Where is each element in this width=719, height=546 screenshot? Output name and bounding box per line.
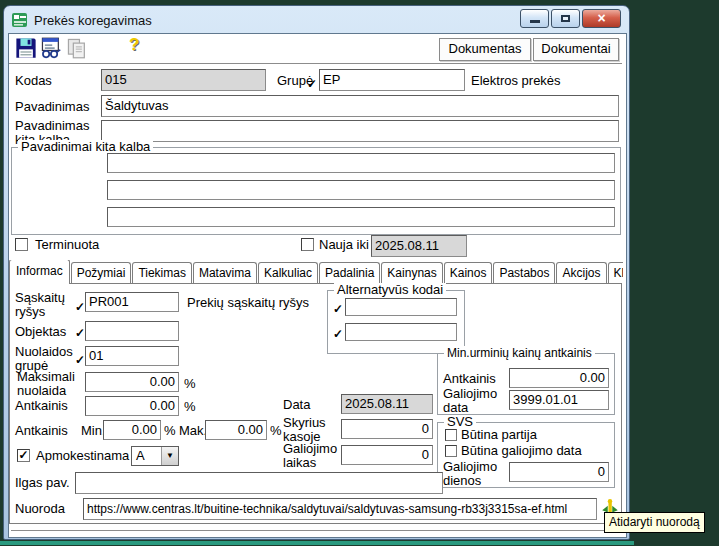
min-percent: % xyxy=(164,423,176,439)
ilgas-pav-label: Ilgas pav. xyxy=(15,475,70,491)
apmokestinama-checkbox[interactable] xyxy=(17,449,30,462)
pavadinimai-field-1[interactable] xyxy=(107,153,615,173)
galiojimo-data-label: Galiojimo data xyxy=(443,387,503,415)
min-label: Min. xyxy=(81,423,106,439)
maximize-button[interactable] xyxy=(551,9,580,28)
mak-percent: % xyxy=(270,423,282,439)
galiojimo-dienos-label: Galiojimo dienos xyxy=(443,460,503,488)
apmokestinama-dropdown[interactable]: A ▼ xyxy=(131,446,179,466)
nuoroda-label: Nuoroda xyxy=(15,501,65,517)
chevron-down-icon[interactable]: ▼ xyxy=(161,447,178,465)
open-link-tooltip: Atidaryti nuorodą xyxy=(604,512,705,533)
app-icon xyxy=(12,12,28,28)
tab-matavimai[interactable]: Matavima xyxy=(193,262,257,284)
tab-kalkuliac[interactable]: Kalkuliac xyxy=(258,262,318,284)
terminuota-checkbox[interactable] xyxy=(15,238,28,251)
kodas-label: Kodas xyxy=(15,73,52,89)
antkainis-min-field[interactable]: 0.00 xyxy=(103,420,161,440)
antkainis-percent: % xyxy=(184,399,196,415)
maximize-icon xyxy=(561,15,570,22)
close-icon: × xyxy=(597,10,605,26)
min-urminiu-group-label: Min.urminių kainų antkainis xyxy=(444,346,595,360)
grupe-description: Elektros prekės xyxy=(471,73,561,89)
butina-partija-checkbox[interactable] xyxy=(445,429,457,441)
data-label: Data xyxy=(283,397,310,413)
minimize-button[interactable] xyxy=(520,9,549,28)
maksimali-nuolaida-field[interactable]: 0.00 xyxy=(85,372,179,392)
pavadinimas-kita-field[interactable] xyxy=(101,120,619,142)
copy-icon[interactable] xyxy=(66,37,88,59)
nuoroda-field[interactable]: https://www.centras.lt/buitine-technika/… xyxy=(83,498,597,520)
bottom-separator xyxy=(11,530,620,532)
help-icon[interactable]: ? xyxy=(129,37,139,53)
alt-kodas-2-field[interactable] xyxy=(345,323,457,341)
skyrius-kasoje-label: Skyrius kasoje xyxy=(283,416,339,444)
minimize-icon xyxy=(530,20,540,23)
window-title: Prekės koregavimas xyxy=(34,13,152,28)
butina-galiojimo-data-label: Būtina galiojimo data xyxy=(461,443,582,459)
maksimali-nuolaida-percent: % xyxy=(184,376,196,392)
window-controls: × xyxy=(520,9,621,28)
save-icon[interactable] xyxy=(15,37,37,59)
skyrius-kasoje-field[interactable]: 0 xyxy=(341,419,433,439)
nuolaidos-grupe-field[interactable]: 01 xyxy=(85,346,179,366)
data-field[interactable]: 2025.08.11 xyxy=(341,394,433,414)
antkainis-label: Antkainis xyxy=(15,398,68,414)
close-button[interactable]: × xyxy=(582,9,621,28)
saskaitu-rysys-field[interactable]: PR001 xyxy=(85,292,179,312)
objektas-label: Objektas xyxy=(15,324,66,340)
dokumentai-button[interactable]: Dokumentai xyxy=(533,38,619,61)
galiojimo-laikas-label: Galiojimo laikas xyxy=(283,442,343,470)
tab-informac[interactable]: Informac xyxy=(9,260,70,284)
butina-galiojimo-data-checkbox[interactable] xyxy=(445,445,457,457)
nauja-iki-date-field[interactable]: 2025.08.11 xyxy=(371,235,467,257)
tab-klientu[interactable]: Klientų pr xyxy=(608,262,624,284)
mak-label: Mak. xyxy=(179,423,207,439)
galiojimo-dienos-field[interactable]: 0 xyxy=(509,462,609,482)
tab-pastabos[interactable]: Pastabos xyxy=(493,262,555,284)
antkainis-field[interactable]: 0.00 xyxy=(85,396,179,416)
grupe-field[interactable]: EP xyxy=(319,69,465,91)
tab-kainos[interactable]: Kainos xyxy=(444,262,493,284)
pavadinimas-field[interactable]: Šaldytuvas xyxy=(101,95,619,117)
nauja-iki-label: Nauja iki xyxy=(319,237,369,253)
alternatyvus-kodai-label: Alternatyvūs kodai xyxy=(334,283,446,297)
dialog-content: ? Dokumentas Dokumentai Kodas 015 Grupė … xyxy=(8,33,627,538)
pavadinimai-group-label: Pavadinimai kita kalba xyxy=(18,140,153,154)
antkainis-mak-field[interactable]: 0.00 xyxy=(205,420,267,440)
tab-padaliniai[interactable]: Padalinia xyxy=(319,262,380,284)
min-urminiu-antkainis-label: Antkainis xyxy=(443,371,496,387)
galiojimo-laikas-field[interactable]: 0 xyxy=(341,445,433,465)
pavadinimas-label: Pavadinimas xyxy=(15,99,89,115)
alt-kodas-1-field[interactable] xyxy=(345,298,457,316)
objektas-field[interactable] xyxy=(85,321,179,341)
dokumentas-button[interactable]: Dokumentas xyxy=(439,38,531,61)
antkainis-minmax-label: Antkainis xyxy=(15,423,68,439)
apmokestinama-label: Apmokestinama xyxy=(36,448,129,464)
nauja-iki-checkbox[interactable] xyxy=(301,238,314,251)
apmokestinama-dropdown-value: A xyxy=(136,448,145,463)
saskaitu-rysys-label: Sąskaitų ryšys xyxy=(15,291,77,319)
title-bar[interactable]: Prekės koregavimas × xyxy=(4,6,629,34)
tab-kainynas[interactable]: Kainynas xyxy=(381,262,442,284)
butina-partija-label: Būtina partija xyxy=(461,427,537,443)
pavadinimai-field-2[interactable] xyxy=(107,180,615,200)
galiojimo-data-field[interactable]: 3999.01.01 xyxy=(509,390,609,410)
tab-tiekimas[interactable]: Tiekimas xyxy=(132,262,192,284)
desktop-strip xyxy=(0,541,634,545)
maksimali-nuolaida-label: Maksimali nuolaida xyxy=(17,370,81,398)
dialog-window: Prekės koregavimas × xyxy=(3,5,630,540)
view-lookup-icon[interactable] xyxy=(40,37,62,59)
ilgas-pav-field[interactable] xyxy=(75,472,443,494)
terminuota-label: Terminuota xyxy=(35,237,99,253)
pavadinimai-field-3[interactable] xyxy=(107,207,615,227)
tab-strip: Informac Požymiai Tiekimas Matavima Kalk… xyxy=(9,260,623,284)
tab-akcijos[interactable]: Akcijos xyxy=(556,262,606,284)
tab-pozymiai[interactable]: Požymiai xyxy=(71,262,132,284)
kodas-field[interactable]: 015 xyxy=(101,69,266,91)
toolbar-separator xyxy=(9,63,622,65)
min-urminiu-antkainis-field[interactable]: 0.00 xyxy=(509,368,609,388)
prekiu-saskaitu-rysys-text: Prekių sąskaitų ryšys xyxy=(187,295,309,311)
